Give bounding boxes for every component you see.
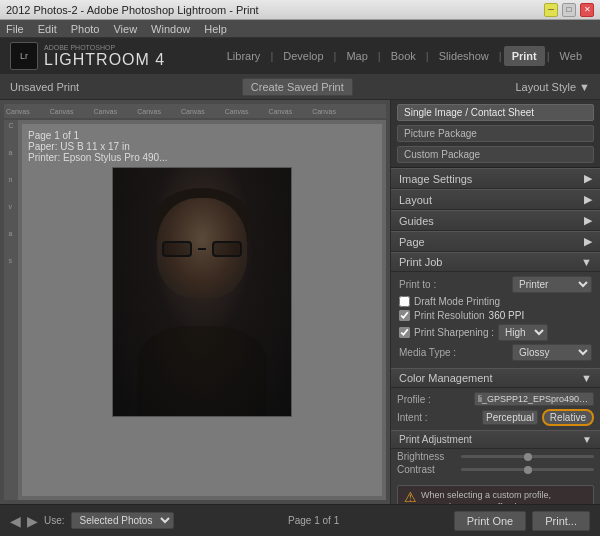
media-type-row: Media Type : Glossy	[399, 344, 592, 361]
bottom-bar: ◀ ▶ Use: Selected Photos Page 1 of 1 Pri…	[0, 504, 600, 536]
module-library[interactable]: Library	[219, 46, 269, 66]
window-title: 2012 Photos-2 - Adobe Photoshop Lightroo…	[6, 4, 259, 16]
tab-single-image[interactable]: Single Image / Contact Sheet	[397, 104, 594, 121]
menu-edit[interactable]: Edit	[38, 23, 57, 35]
color-management-section: Color Management ▼ Profile : li_GPSPP12_…	[391, 368, 600, 481]
module-slideshow[interactable]: Slideshow	[431, 46, 497, 66]
menu-photo[interactable]: Photo	[71, 23, 100, 35]
contrast-slider[interactable]	[461, 468, 594, 471]
page-header[interactable]: Page ▶	[391, 231, 600, 252]
print-to-row: Print to : Printer	[399, 276, 592, 293]
menu-window[interactable]: Window	[151, 23, 190, 35]
print-button[interactable]: Print...	[532, 511, 590, 531]
brightness-thumb	[524, 453, 532, 461]
print-resolution-label: Print Resolution	[414, 310, 485, 321]
color-management-label: Color Management	[399, 372, 493, 384]
title-bar: 2012 Photos-2 - Adobe Photoshop Lightroo…	[0, 0, 600, 20]
sep5: |	[499, 50, 502, 62]
portrait-glasses	[162, 240, 242, 258]
print-page: Page 1 of 1 Paper: US B 11 x 17 in Print…	[22, 124, 382, 496]
menu-file[interactable]: File	[6, 23, 24, 35]
print-job-arrow: ▼	[581, 256, 592, 268]
print-sharpening-select[interactable]: High	[498, 324, 548, 341]
print-job-header[interactable]: Print Job ▼	[391, 252, 600, 272]
media-type-select[interactable]: Glossy	[512, 344, 592, 361]
printer-name: Printer: Epson Stylus Pro 490...	[28, 152, 376, 163]
module-print[interactable]: Print	[504, 46, 545, 66]
brightness-slider[interactable]	[461, 455, 594, 458]
print-area: C a n v a s Page 1 of 1 Paper: US B 11 x…	[4, 120, 386, 500]
color-management-content: Profile : li_GPSPP12_EPSpro4900_PSPP250n…	[391, 388, 600, 481]
module-map[interactable]: Map	[338, 46, 375, 66]
maximize-button[interactable]: □	[562, 3, 576, 17]
print-resolution-checkbox[interactable]	[399, 310, 410, 321]
warning-text: When selecting a custom profile, remembe…	[421, 490, 587, 504]
create-saved-button[interactable]: Create Saved Print	[242, 78, 353, 96]
paper-size: Paper: US B 11 x 17 in	[28, 141, 376, 152]
lr-logo: Lr ADOBE PHOTOSHOP LIGHTROOM 4	[10, 42, 165, 70]
glass-left	[162, 241, 192, 257]
use-select[interactable]: Selected Photos	[71, 512, 174, 529]
guides-arrow: ▶	[584, 214, 592, 227]
right-panel: Single Image / Contact Sheet Picture Pac…	[390, 100, 600, 504]
intent-options: Perceptual Relative	[482, 409, 594, 426]
contrast-label: Contrast	[397, 464, 457, 475]
brightness-label: Brightness	[397, 451, 457, 462]
sep6: |	[547, 50, 550, 62]
profile-row: Profile : li_GPSPP12_EPSpro4900_PSPP250n…	[397, 392, 594, 406]
print-sharpening-checkbox[interactable]	[399, 327, 410, 338]
draft-mode-checkbox[interactable]	[399, 296, 410, 307]
profile-value: li_GPSPP12_EPSpro4900_PSPP250n :	[474, 392, 594, 406]
color-management-header[interactable]: Color Management ▼	[391, 369, 600, 388]
guides-label: Guides	[399, 215, 434, 227]
prev-arrow[interactable]: ◀	[10, 513, 21, 529]
layout-style-tabs: Single Image / Contact Sheet Picture Pac…	[397, 104, 594, 163]
contrast-row: Contrast	[397, 464, 594, 475]
image-settings-label: Image Settings	[399, 173, 472, 185]
glass-bridge	[198, 248, 206, 250]
media-type-label: Media Type :	[399, 347, 456, 358]
layout-style-label[interactable]: Layout Style ▼	[516, 81, 590, 93]
print-resolution-value: 360 PPI	[489, 310, 525, 321]
menu-bar: File Edit Photo View Window Help	[0, 20, 600, 38]
print-to-select[interactable]: Printer	[512, 276, 592, 293]
print-one-button[interactable]: Print One	[454, 511, 526, 531]
minimize-button[interactable]: ─	[544, 3, 558, 17]
image-settings-header[interactable]: Image Settings ▶	[391, 168, 600, 189]
color-management-arrow: ▼	[581, 372, 592, 384]
print-adjustment-label: Print Adjustment	[399, 434, 472, 445]
intent-perceptual[interactable]: Perceptual	[482, 410, 538, 425]
glass-right	[212, 241, 242, 257]
module-book[interactable]: Book	[383, 46, 424, 66]
top-nav: Lr ADOBE PHOTOSHOP LIGHTROOM 4 Library |…	[0, 38, 600, 74]
layout-header[interactable]: Layout ▶	[391, 189, 600, 210]
logo-text: ADOBE PHOTOSHOP LIGHTROOM 4	[44, 44, 165, 69]
print-sharpening-label: Print Sharpening :	[414, 327, 494, 338]
intent-row: Intent : Perceptual Relative	[397, 409, 594, 426]
menu-help[interactable]: Help	[204, 23, 227, 35]
lr-badge: Lr	[20, 52, 28, 61]
adobe-text: ADOBE PHOTOSHOP	[44, 44, 165, 51]
guides-header[interactable]: Guides ▶	[391, 210, 600, 231]
module-develop[interactable]: Develop	[275, 46, 331, 66]
layout-arrow: ▶	[584, 193, 592, 206]
print-to-label: Print to :	[399, 279, 436, 290]
draft-mode-label: Draft Mode Printing	[414, 296, 500, 307]
ruler-top: Canvas Canvas Canvas Canvas Canvas Canva…	[4, 104, 386, 118]
intent-relative[interactable]: Relative	[542, 409, 594, 426]
sep3: |	[378, 50, 381, 62]
module-web[interactable]: Web	[552, 46, 590, 66]
contrast-thumb	[524, 466, 532, 474]
tab-custom-package[interactable]: Custom Package	[397, 146, 594, 163]
brightness-row: Brightness	[397, 451, 594, 462]
tab-picture-package[interactable]: Picture Package	[397, 125, 594, 142]
main-content: Canvas Canvas Canvas Canvas Canvas Canva…	[0, 100, 600, 504]
print-adjustment-header[interactable]: Print Adjustment ▼	[391, 430, 600, 449]
bottom-right: Print One Print...	[454, 511, 590, 531]
lr-icon: Lr	[10, 42, 38, 70]
page-number: Page 1 of 1	[28, 130, 376, 141]
next-arrow[interactable]: ▶	[27, 513, 38, 529]
photo-container	[112, 167, 292, 417]
menu-view[interactable]: View	[113, 23, 137, 35]
close-button[interactable]: ✕	[580, 3, 594, 17]
